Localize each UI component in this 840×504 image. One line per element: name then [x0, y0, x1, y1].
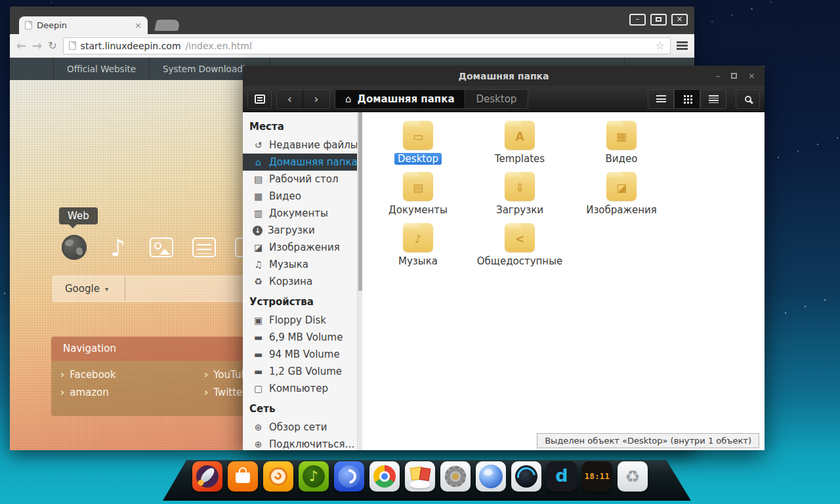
music-category-icon[interactable]: ♪	[106, 235, 131, 260]
folder-загрузки[interactable]: ⇩Загрузки	[471, 172, 569, 216]
share-emblem-icon: <	[515, 234, 524, 245]
fm-minimize-button[interactable]: –	[716, 71, 721, 81]
grid-view-icon	[684, 95, 686, 97]
sidebar-item-network[interactable]: ⊛Обзор сети	[243, 419, 357, 436]
sidebar-scrollbar[interactable]	[357, 112, 362, 450]
web-globe-icon[interactable]	[62, 235, 87, 260]
browser-close-button[interactable]: ×	[671, 14, 688, 26]
forward-icon[interactable]: →	[32, 39, 42, 52]
folder-icon: ⇩	[505, 172, 535, 201]
system-monitor-icon[interactable]	[511, 461, 541, 492]
folder-изображения[interactable]: ◪Изображения	[572, 172, 671, 216]
folder-общедоступные[interactable]: <Общедоступные	[471, 223, 569, 267]
media-player-icon[interactable]	[263, 461, 293, 492]
monitor-emblem-icon: ▭	[413, 131, 423, 142]
settings-icon[interactable]	[440, 461, 471, 492]
web-browser-decoration	[479, 465, 503, 488]
sidebar-item-volume[interactable]: ▬94 MB Volume	[243, 346, 357, 363]
video-icon: ▦	[253, 191, 264, 201]
network-icon: ⊛	[253, 422, 264, 432]
sidebar-item-floppy[interactable]: ▣Floppy Disk	[243, 312, 357, 329]
star	[837, 137, 838, 138]
reload-icon[interactable]: ↻	[48, 39, 56, 52]
news-category-icon[interactable]	[192, 238, 216, 257]
sidebar-item-volume[interactable]: ▬1,2 GB Volume	[243, 363, 357, 380]
sidebar-item-globe[interactable]: ⊕Подключиться…	[243, 436, 357, 450]
folder-видео[interactable]: ▦Видео	[572, 121, 671, 165]
sidebar-item-music[interactable]: ♫Музыка	[243, 256, 357, 273]
fm-close-button[interactable]: ×	[748, 71, 755, 81]
sidebar-item-label: Документы	[269, 207, 328, 219]
fm-forward-button[interactable]: ›	[303, 90, 329, 108]
app-store-decoration	[239, 467, 247, 475]
sidebar-item-desktop[interactable]: ▤Рабочий стол	[243, 171, 357, 188]
page-link-facebook[interactable]: ›Facebook	[60, 369, 116, 381]
sidebar-item-downloads[interactable]: ↓Загрузки	[243, 222, 357, 239]
deepin-app-icon[interactable]: d	[547, 461, 577, 492]
movie-player-icon[interactable]	[334, 461, 364, 492]
back-icon[interactable]: ←	[16, 39, 26, 52]
breadcrumb-desktop-segment[interactable]: Desktop	[465, 90, 528, 108]
downloads-icon: ↓	[253, 226, 262, 236]
tab-close-icon[interactable]: ×	[135, 20, 142, 30]
notes-icon[interactable]	[405, 461, 435, 492]
clock-icon[interactable]: 18:11	[582, 461, 612, 492]
sidebar-item-recent[interactable]: ↺Недавние файлы	[243, 136, 357, 154]
sidebar-item-volume[interactable]: ▬6,9 MB Volume	[243, 329, 357, 346]
desktop-icon: ▤	[253, 174, 264, 184]
sidebar-item-documents[interactable]: ▥Документы	[243, 205, 357, 222]
fm-back-button[interactable]: ‹	[277, 90, 303, 108]
status-bar: Выделен объект «Desktop» (внутри 1 объек…	[537, 433, 759, 448]
page-link-label: Facebook	[70, 369, 116, 381]
list-view-button[interactable]	[648, 89, 674, 109]
bookmark-star-icon[interactable]: ☆	[656, 39, 665, 52]
app-store-icon[interactable]	[228, 461, 258, 492]
fm-titlebar[interactable]: Домашняя папка – ×	[243, 66, 765, 86]
fm-toolbar: ‹ › ⌂ Домашняя папка Desktop	[243, 86, 765, 112]
web-browser-icon[interactable]	[476, 461, 506, 492]
browser-maximize-button[interactable]	[650, 14, 667, 26]
menu-icon[interactable]	[677, 41, 688, 50]
sidebar-item-home[interactable]: ⌂Домашняя папка	[243, 154, 357, 171]
sidebar-item-images[interactable]: ◪Изображения	[243, 239, 357, 256]
folder-icon: ▦	[606, 121, 637, 150]
folder-templates[interactable]: ATemplates	[471, 121, 569, 165]
folder-документы[interactable]: ▤Документы	[369, 172, 467, 216]
browser-tab[interactable]: Deepin ×	[19, 16, 148, 34]
fm-file-area[interactable]: Выделен объект «Desktop» (внутри 1 объек…	[362, 112, 765, 450]
music-player-icon[interactable]: ♪	[299, 461, 329, 492]
search-engine-dropdown[interactable]: Google ▾	[53, 276, 125, 301]
trash-icon[interactable]: ♻	[618, 461, 648, 492]
system-monitor-decoration	[514, 464, 539, 490]
volume-icon: ▬	[253, 332, 264, 343]
sidebar-item-video[interactable]: ▦Видео	[243, 188, 357, 205]
folder-icon: A	[505, 121, 535, 150]
fm-app-menu-button[interactable]	[247, 89, 272, 109]
search-engine-label: Google	[65, 283, 100, 295]
folder-музыка[interactable]: ♪Музыка	[369, 223, 467, 267]
page-link-amazon[interactable]: ›amazon	[60, 387, 109, 398]
new-tab-button[interactable]	[154, 20, 180, 31]
fm-maximize-button[interactable]	[731, 73, 737, 79]
star	[770, 1, 772, 3]
volume-icon: ▬	[253, 349, 264, 360]
icon-view-button[interactable]	[674, 89, 700, 109]
fm-search-button[interactable]	[736, 89, 760, 109]
compact-view-button[interactable]	[700, 89, 726, 109]
tab-title: Deepin	[37, 20, 130, 30]
browser-toolbar: ← → ↻ start.linuxdeepin.com /index.en.ht…	[10, 34, 694, 58]
star	[817, 144, 818, 145]
browser-minimize-button[interactable]: –	[629, 14, 646, 26]
chrome-browser-icon[interactable]	[369, 461, 400, 492]
volume-icon: ▬	[253, 366, 264, 377]
images-category-icon[interactable]	[150, 238, 173, 257]
page-link-twitter[interactable]: ›Twitter	[204, 387, 246, 398]
launcher-icon[interactable]	[192, 461, 222, 492]
folder-desktop[interactable]: ▭Desktop	[369, 121, 467, 165]
sidebar-item-trash[interactable]: ♻Корзина	[243, 273, 357, 290]
site-nav-item[interactable]: Official Website	[54, 58, 149, 80]
url-bar[interactable]: start.linuxdeepin.com /index.en.html ☆	[63, 37, 671, 54]
browser-titlebar[interactable]: Deepin × – ×	[10, 7, 694, 34]
sidebar-item-computer[interactable]: ▢Компьютер	[243, 380, 357, 397]
breadcrumb-home-segment[interactable]: ⌂ Домашняя папка	[335, 90, 465, 108]
